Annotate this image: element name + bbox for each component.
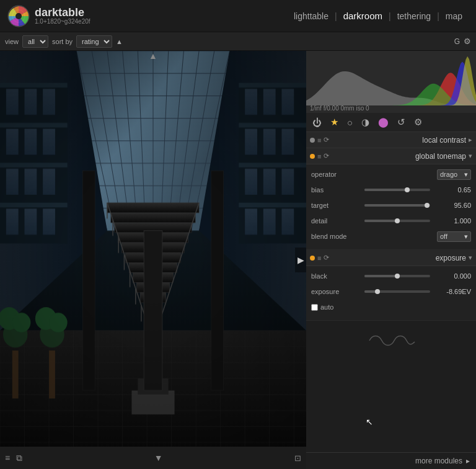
more-modules-bar[interactable]: more modules ▸ [306, 452, 476, 469]
target-value: 95.60 [434, 202, 471, 209]
detail-param-row: detail 1.000 [311, 215, 471, 227]
exposure-module: ≡ ⟳ exposure ▾ black 0.000 [306, 250, 476, 321]
local-contrast-enabled-dot [310, 138, 315, 143]
black-slider-thumb [395, 274, 400, 279]
wavy-svg [366, 328, 416, 347]
more-modules-label: more modules [415, 457, 462, 465]
top-navigation-bar: darktable 1.0+1820~g324e20f lighttable |… [0, 0, 476, 32]
power-icon[interactable]: ⏻ [310, 116, 324, 129]
detail-slider-thumb [395, 218, 400, 223]
operator-arrow-icon: ▾ [464, 171, 468, 179]
global-tonemap-collapse-arrow-icon[interactable]: ▾ [469, 152, 472, 160]
logo-icon [7, 5, 30, 27]
blend-mode-param-row: blend mode off ▾ [311, 230, 471, 243]
nav-tethering[interactable]: tethering [391, 11, 437, 21]
sort-label: sort by [52, 38, 73, 45]
blend-mode-dropdown[interactable]: off ▾ [437, 231, 471, 242]
logo-text: darktable 1.0+1820~g324e20f [35, 7, 90, 25]
operator-param-row: operator drago ▾ [311, 168, 471, 181]
logo-area: darktable 1.0+1820~g324e20f [7, 5, 90, 27]
color-icon[interactable]: ⬤ [376, 115, 391, 129]
view-select[interactable]: all [22, 35, 48, 48]
bottom-left-icons: ≡ ⧉ [5, 453, 22, 463]
local-contrast-collapse-arrow-icon[interactable]: ▸ [469, 136, 472, 144]
detail-label: detail [311, 217, 361, 225]
global-tonemap-reset-icon[interactable]: ⟳ [324, 152, 329, 160]
export-icon[interactable]: ⊡ [294, 453, 301, 463]
copy-icon[interactable]: ⧉ [16, 453, 22, 463]
black-slider[interactable] [364, 275, 430, 277]
target-slider-thumb [425, 203, 430, 208]
histogram-info: 1/inf f/0.00 0mm iso 0 [310, 105, 369, 112]
local-contrast-reset-icon[interactable]: ⟳ [324, 136, 329, 144]
exposure-enabled-dot [310, 256, 315, 261]
black-label: black [311, 272, 361, 280]
bias-slider-thumb [405, 187, 410, 192]
main-layout: ▲ ◀ ▶ ≡ ⧉ ▼ ⊡ 1/inf f/0.00 0mm iso 0 [0, 51, 476, 469]
operator-dropdown[interactable]: drago ▾ [437, 169, 471, 180]
global-tonemap-module-header[interactable]: ≡ ⟳ global tonemap ▾ [306, 148, 476, 164]
operator-select-wrap: drago ▾ [437, 169, 471, 180]
bias-label: bias [311, 186, 361, 194]
black-value: 0.000 [434, 272, 471, 280]
menu-icon[interactable]: ≡ [5, 453, 10, 463]
exposure-slider-thumb [375, 289, 380, 294]
star-icon[interactable]: ★ [328, 115, 341, 129]
module-icons-row: ⏻ ★ ○ ◑ ⬤ ↺ ⚙ [306, 113, 476, 132]
toolbar-gear-icon[interactable]: ⚙ [464, 37, 471, 46]
exposure-menu-icon[interactable]: ≡ [317, 254, 321, 262]
svg-point-2 [15, 13, 22, 19]
global-tonemap-module: ≡ ⟳ global tonemap ▾ operator drago ▾ [306, 148, 476, 250]
exposure-reset-icon[interactable]: ⟳ [324, 254, 329, 262]
auto-param-row: auto [311, 301, 471, 313]
blend-mode-label: blend mode [311, 233, 361, 240]
blend-mode-select-wrap: off ▾ [437, 231, 471, 242]
sort-arrow-up-icon[interactable]: ▲ [116, 38, 123, 45]
settings-icon[interactable]: ⚙ [412, 115, 425, 129]
bias-param-row: bias 0.65 [311, 184, 471, 196]
operator-value: drago [440, 171, 457, 178]
exposure-module-header[interactable]: ≡ ⟳ exposure ▾ [306, 250, 476, 266]
next-image-button[interactable]: ▶ [295, 248, 306, 272]
detail-slider[interactable] [364, 220, 430, 222]
local-contrast-module-header[interactable]: ≡ ⟳ local contrast ▸ [306, 132, 476, 148]
local-contrast-name: local contrast [333, 136, 466, 145]
local-contrast-menu-icon[interactable]: ≡ [317, 136, 321, 144]
refresh-icon[interactable]: ↺ [395, 115, 408, 129]
nav-darkroom[interactable]: darkroom [337, 11, 389, 21]
auto-checkbox[interactable] [311, 304, 318, 311]
bias-value: 0.65 [434, 186, 471, 194]
half-circle-icon[interactable]: ◑ [359, 115, 372, 129]
auto-label: auto [320, 303, 333, 311]
blend-mode-arrow-icon: ▾ [464, 233, 468, 241]
nav-links: lighttable | darkroom | tethering | map [288, 11, 469, 21]
toolbar: view all sort by rating ▲ G ⚙ [0, 32, 476, 51]
histogram-canvas [306, 51, 476, 105]
exposure-body: black 0.000 exposure [306, 266, 476, 321]
global-tonemap-enabled-dot [310, 154, 315, 159]
view-label: view [5, 38, 19, 45]
exposure-name: exposure [333, 254, 466, 262]
exposure-label: exposure [311, 288, 361, 295]
g-label: G [454, 37, 460, 46]
nav-lighttable[interactable]: lighttable [288, 11, 335, 21]
circle-icon[interactable]: ○ [345, 116, 355, 129]
sort-select[interactable]: rating [76, 35, 112, 48]
exposure-collapse-arrow-icon[interactable]: ▾ [469, 254, 472, 262]
global-tonemap-name: global tonemap [333, 152, 466, 161]
image-bottom-toolbar: ≡ ⧉ ▼ ⊡ [0, 447, 306, 469]
nav-map[interactable]: map [439, 11, 469, 21]
top-arrow-icon[interactable]: ▲ [149, 51, 157, 61]
histogram-area: 1/inf f/0.00 0mm iso 0 [306, 51, 476, 113]
right-panel: 1/inf f/0.00 0mm iso 0 ⏻ ★ ○ ◑ ⬤ ↺ ⚙ ≡ ⟳… [306, 51, 476, 469]
image-panel: ▲ ◀ ▶ ≡ ⧉ ▼ ⊡ [0, 51, 306, 469]
bias-slider[interactable] [364, 189, 430, 191]
global-tonemap-menu-icon[interactable]: ≡ [317, 153, 321, 160]
image-canvas [0, 51, 306, 450]
target-slider[interactable] [364, 204, 430, 207]
operator-label: operator [311, 171, 361, 178]
detail-value: 1.000 [434, 217, 471, 225]
black-param-row: black 0.000 [311, 270, 471, 282]
exposure-slider[interactable] [364, 290, 430, 293]
bottom-center-arrow-icon[interactable]: ▼ [154, 453, 163, 463]
